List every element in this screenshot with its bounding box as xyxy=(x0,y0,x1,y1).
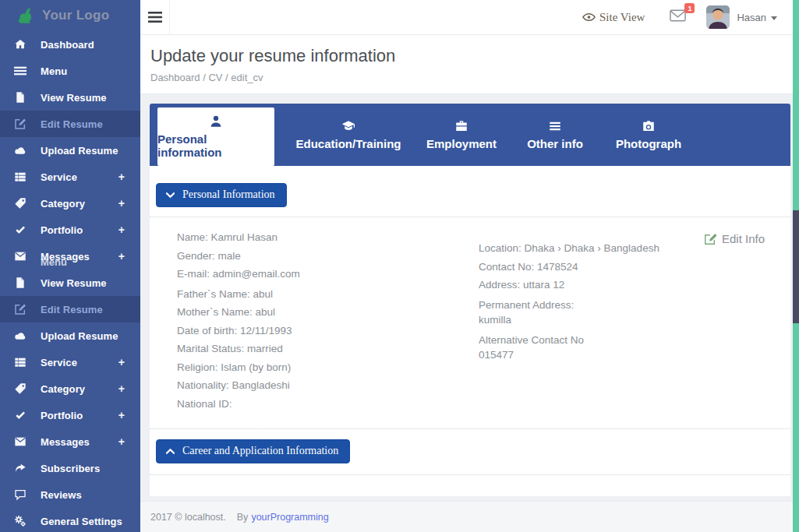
user-dropdown[interactable]: Hasan xyxy=(737,12,777,23)
sidebar-item-edit-resume[interactable]: Edit Resume xyxy=(0,111,140,137)
comment-icon xyxy=(14,488,27,501)
tag-icon xyxy=(14,197,27,210)
by-text: By xyxy=(237,512,249,523)
edit-icon xyxy=(14,118,27,130)
scrollbar-track[interactable] xyxy=(793,0,799,532)
sidebar-item-upload-resume[interactable]: Upload Resume xyxy=(0,322,140,349)
info-field: Nationality: Bangladeshi xyxy=(177,379,479,392)
breadcrumb[interactable]: Dashboard / CV / edit_cv xyxy=(150,72,799,83)
eye-icon xyxy=(582,12,596,22)
info-field: National ID: xyxy=(177,398,479,410)
sidebar-item-label: View Resume xyxy=(41,277,126,289)
bars-icon xyxy=(14,65,27,77)
tab-personal-information[interactable]: Personal information xyxy=(157,107,274,166)
sidebar-item-view-resume[interactable]: View Resume xyxy=(0,270,140,296)
sidebar-item-label: Portfolio xyxy=(41,224,118,236)
sidebar-item-dashboard[interactable]: Dashboard xyxy=(0,31,140,58)
table-icon xyxy=(14,171,27,183)
info-field: Mother`s Name: abul xyxy=(177,306,479,319)
content-area: Personal informationEducation/TrainingEm… xyxy=(140,94,799,501)
unread-count-badge: 1 xyxy=(684,3,695,13)
sidebar-item-category[interactable]: Category+ xyxy=(0,375,140,402)
sidebar-item-view-resume[interactable]: View Resume xyxy=(0,84,140,111)
cloud-icon xyxy=(14,329,27,342)
resume-card: Personal informationEducation/TrainingEm… xyxy=(150,104,790,496)
camera-icon xyxy=(642,119,656,132)
tab-label: Employment xyxy=(426,137,497,150)
sidebar-item-category[interactable]: Category+ xyxy=(0,190,140,217)
gears-icon xyxy=(14,515,27,527)
tab-label: Other info xyxy=(527,137,583,150)
sidebar-item-general-settings[interactable]: General Settings xyxy=(0,508,140,532)
edit-pencil-icon xyxy=(704,233,716,245)
copyright-text: 2017 © localhost. xyxy=(150,512,226,523)
logo[interactable]: Your Logo xyxy=(0,0,140,31)
logo-text: Your Logo xyxy=(42,8,109,23)
expand-plus-icon: + xyxy=(118,171,126,183)
sidebar-item-edit-resume[interactable]: Edit Resume xyxy=(0,296,140,322)
info-field: Religion: Islam (by born) xyxy=(177,361,479,374)
main-area: Site View 1 Hasan Update your resume inf… xyxy=(140,0,799,532)
personal-info-panel: Personal Information Name: Kamrul HasanG… xyxy=(150,166,790,496)
share-icon xyxy=(14,462,27,474)
info-field: Contact No: 1478524 xyxy=(479,261,790,273)
sidebar-item-label: General Settings xyxy=(41,516,126,527)
info-field: Father`s Name: abul xyxy=(177,288,479,301)
personal-info-body: Name: Kamrul HasanGender: maleE-mail: ad… xyxy=(150,217,790,428)
sidebar-item-service[interactable]: Service+ xyxy=(0,349,140,375)
envelope-icon xyxy=(14,435,27,448)
sidebar-item-label: Edit Resume xyxy=(41,118,126,130)
expand-plus-icon: + xyxy=(118,435,126,448)
info-field-group: Father`s Name: abulMother`s Name: abulDa… xyxy=(177,288,479,410)
tab-photograph[interactable]: Photograph xyxy=(610,104,688,166)
sidebar-item-label: Service xyxy=(41,357,118,368)
toggle-label: Personal Information xyxy=(182,188,275,201)
career-information-toggle-button[interactable]: Career and Application Information xyxy=(156,439,350,463)
info-field: Gender: male xyxy=(177,250,479,262)
sidebar-toggle-button[interactable] xyxy=(140,0,170,35)
tab-label: Education/Training xyxy=(295,137,401,150)
toggle-label: Career and Application Information xyxy=(182,445,338,457)
sidebar-nav: DashboardMenuView ResumeEdit ResumeUploa… xyxy=(0,31,140,532)
cloud-icon xyxy=(14,144,27,157)
topbar: Site View 1 Hasan xyxy=(140,0,799,35)
chevron-up-icon xyxy=(166,447,175,456)
tab-employment[interactable]: Employment xyxy=(422,104,500,166)
page-title: Update your resume information xyxy=(150,46,799,66)
user-icon xyxy=(209,115,223,127)
avatar[interactable] xyxy=(706,5,730,29)
graduation-cap-icon xyxy=(341,119,355,132)
sidebar-item-label: Service xyxy=(41,171,118,183)
your-programming-link[interactable]: yourProgramming xyxy=(251,512,328,523)
sidebar-item-label: Category xyxy=(41,383,118,395)
sidebar-item-messages[interactable]: Messages+ xyxy=(0,428,140,455)
info-field-group: Name: Kamrul HasanGender: maleE-mail: ad… xyxy=(177,231,479,280)
sidebar-item-menu[interactable]: Menu xyxy=(0,58,140,84)
tab-education-training[interactable]: Education/Training xyxy=(274,104,422,166)
info-right-column: Location: Dhaka › Dhaka › BangladeshCont… xyxy=(479,231,790,417)
personal-information-toggle-button[interactable]: Personal Information xyxy=(156,183,287,207)
sidebar-item-portfolio[interactable]: Portfolio+ xyxy=(0,217,140,243)
tab-bar: Personal informationEducation/TrainingEm… xyxy=(150,104,790,166)
check-icon xyxy=(14,409,27,421)
sidebar-item-portfolio[interactable]: Portfolio+ xyxy=(0,402,140,428)
edit-info-link[interactable]: Edit Info xyxy=(704,232,765,245)
sidebar-item-upload-resume[interactable]: Upload Resume xyxy=(0,137,140,164)
table-icon xyxy=(14,356,27,368)
info-field: Marital Status: married xyxy=(177,343,479,355)
chevron-down-icon xyxy=(166,191,175,199)
tab-other-info[interactable]: Other info xyxy=(500,104,610,166)
info-left-column: Name: Kamrul HasanGender: maleE-mail: ad… xyxy=(177,231,479,417)
sidebar-item-label: Reviews xyxy=(41,489,126,501)
sidebar-item-reviews[interactable]: Reviews xyxy=(0,481,140,508)
site-view-link[interactable]: Site View xyxy=(582,11,645,24)
sidebar-item-label: Portfolio xyxy=(41,410,118,421)
edit-icon xyxy=(14,303,27,315)
messages-button[interactable]: 1 xyxy=(670,9,686,25)
sidebar-item-service[interactable]: Service+ xyxy=(0,164,140,190)
scrollbar-thumb[interactable] xyxy=(793,210,799,323)
info-field: Address: uttara 12 xyxy=(479,279,790,291)
info-field: E-mail: admin@email.com xyxy=(177,268,479,280)
edit-info-label: Edit Info xyxy=(722,232,765,245)
sidebar-item-subscribers[interactable]: Subscribers xyxy=(0,455,140,481)
